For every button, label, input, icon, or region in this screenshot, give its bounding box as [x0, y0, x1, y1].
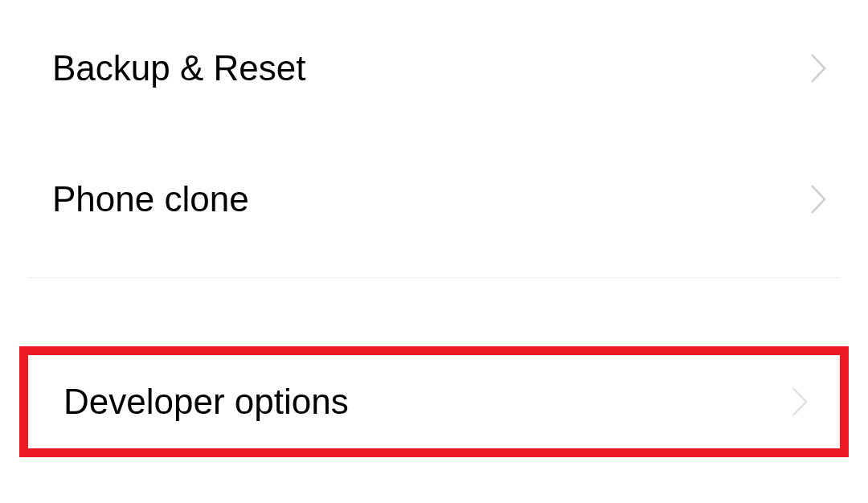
settings-item-label: Developer options	[63, 382, 349, 422]
settings-item-label: Backup & Reset	[52, 48, 306, 88]
settings-item-developer-options[interactable]: Developer options	[28, 355, 840, 448]
highlight-box: Developer options	[19, 346, 849, 457]
settings-item-label: Phone clone	[52, 179, 249, 219]
divider	[28, 277, 840, 278]
chevron-right-icon	[790, 385, 809, 419]
chevron-right-icon	[809, 51, 828, 85]
settings-item-phone-clone[interactable]: Phone clone	[0, 137, 868, 261]
chevron-right-icon	[809, 182, 828, 216]
settings-list: Backup & Reset Phone clone Developer opt…	[0, 0, 868, 457]
settings-item-backup-reset[interactable]: Backup & Reset	[0, 0, 868, 137]
